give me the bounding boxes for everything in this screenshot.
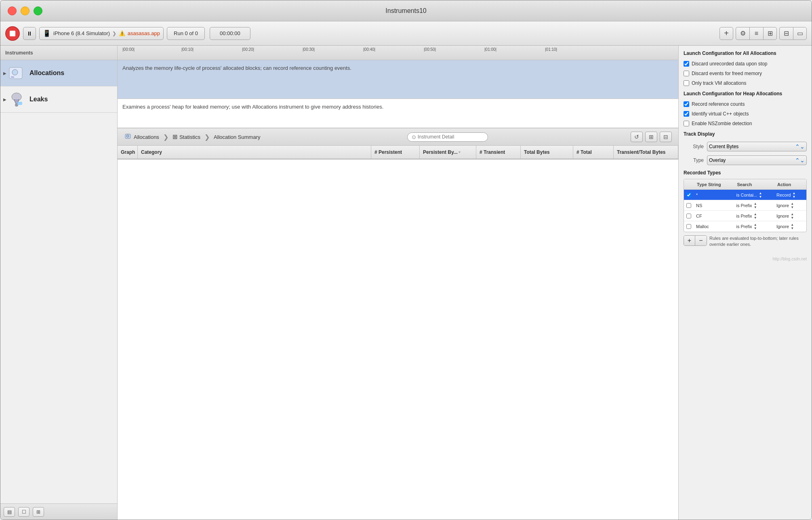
stepper-search-star[interactable]: ▲▼ xyxy=(759,191,762,199)
settings-view-button[interactable]: ⚙ xyxy=(736,27,749,40)
breadcrumb-statistics[interactable]: ⊞ Statistics xyxy=(168,132,204,142)
checkbox-discard-freed-label: Discard events for freed memory xyxy=(692,71,762,76)
extend-button[interactable]: ⊞ xyxy=(33,507,44,517)
center-column: |00:00| |00:10| |00:20| |00:30| |00:40| … xyxy=(118,46,678,520)
rt-search-malloc: is Prefix ▲▼ xyxy=(734,223,774,230)
leaks-description: Examines a process' heap for leaked memo… xyxy=(122,103,673,111)
stepper-action-ns[interactable]: ▲▼ xyxy=(791,202,794,209)
app-window: Instruments10 ⏸ 📱 iPhone 6 (8.4 Simulato… xyxy=(0,0,812,520)
refresh-view-button[interactable]: ↺ xyxy=(631,132,643,142)
rt-type-star: * xyxy=(694,193,734,197)
watermark: http://blog.csdn.net xyxy=(772,257,807,261)
minimize-button[interactable] xyxy=(21,6,29,15)
style-select[interactable]: Current Bytes ⌃⌄ xyxy=(707,142,807,151)
checkbox-ref-counts: Record reference counts xyxy=(684,101,807,108)
checkbox-discard-unrecorded-label: Discard unrecorded data upon stop xyxy=(692,61,767,67)
rt-check-malloc[interactable] xyxy=(686,224,691,229)
detail-view-button[interactable]: ⊟ xyxy=(779,27,793,40)
col-header-graph[interactable]: Graph xyxy=(118,146,138,159)
instruments-bottom: ▤ ☐ ⊞ xyxy=(0,503,117,520)
checkbox-track-vm-input[interactable] xyxy=(684,80,689,86)
rt-note: Rules are evaluated top-to-bottom; later… xyxy=(709,235,807,248)
record-button[interactable] xyxy=(5,26,20,41)
stepper-search-ns[interactable]: ▲▼ xyxy=(754,202,757,209)
allocations-description: Analyzes the memory life-cycle of proces… xyxy=(122,64,673,72)
rt-add-button[interactable]: + xyxy=(684,236,695,245)
breadcrumb-allocations[interactable]: Allocations xyxy=(121,131,163,143)
checkbox-virtual-cpp-input[interactable] xyxy=(684,111,689,117)
stepper-search-cf[interactable]: ▲▼ xyxy=(754,212,757,220)
instrument-row-allocations[interactable]: ▶ Allocations xyxy=(0,60,117,86)
rt-action-ns: Ignore ▲▼ xyxy=(774,202,806,209)
col-header-persistent-by[interactable]: Persistent By... ▾ xyxy=(420,146,476,159)
svg-rect-5 xyxy=(17,102,22,105)
app-name: ⚠️ asasasas.app xyxy=(119,30,160,36)
graph-toggle-button[interactable]: ▤ xyxy=(4,507,15,517)
col-header-transient[interactable]: # Transient xyxy=(476,146,521,159)
stepper-search-malloc[interactable]: ▲▼ xyxy=(754,223,757,230)
pause-button[interactable]: ⏸ xyxy=(23,27,36,40)
leaks-name: Leaks xyxy=(29,96,48,103)
instrument-row-leaks[interactable]: ▶ Leaks xyxy=(0,86,117,113)
right-panel: Launch Configuration for All Allocations… xyxy=(678,46,812,520)
launch-config-heap: Launch Configuration for Heap Allocation… xyxy=(684,91,807,127)
breadcrumb-bar: Allocations ❯ ⊞ Statistics ❯ Allocation … xyxy=(118,128,678,146)
run-info: Run 0 of 0 xyxy=(167,27,205,40)
list-view-button[interactable]: ≡ xyxy=(749,27,763,40)
rt-check-star[interactable] xyxy=(686,193,691,197)
checkbox-discard-unrecorded-input[interactable] xyxy=(684,61,689,67)
rt-footer: + − Rules are evaluated top-to-bottom; l… xyxy=(684,235,807,248)
col-header-total-bytes[interactable]: Total Bytes xyxy=(521,146,573,159)
col-header-persistent[interactable]: # Persistent xyxy=(371,146,420,159)
device-selector[interactable]: 📱 iPhone 6 (8.4 Simulator) ❯ ⚠️ asasasas… xyxy=(39,27,164,40)
checkbox-ref-counts-input[interactable] xyxy=(684,101,689,107)
title-bar: Instruments10 xyxy=(0,0,812,21)
maximize-button[interactable] xyxy=(34,6,42,15)
add-instrument-button[interactable]: + xyxy=(719,27,733,40)
allocations-bc-icon xyxy=(125,133,132,141)
statistics-bc-icon: ⊞ xyxy=(172,133,178,140)
col-header-total[interactable]: # Total xyxy=(573,146,614,159)
stepper-action-malloc[interactable]: ▲▼ xyxy=(791,223,794,230)
split-view-button[interactable]: ⊞ xyxy=(645,132,657,142)
rt-row-malloc[interactable]: Malloc is Prefix ▲▼ Ignore ▲▼ xyxy=(684,221,806,232)
rt-header: Type String Search Action xyxy=(684,179,806,190)
rt-row-star[interactable]: * is Contai... ▲▼ Record ▲▼ xyxy=(684,190,806,200)
timeline-ruler: |00:00| |00:10| |00:20| |00:30| |00:40| … xyxy=(118,46,678,60)
leaks-track-row: Examines a process' heap for leaked memo… xyxy=(118,99,678,128)
breadcrumb-arrow-2: ❯ xyxy=(204,133,210,141)
stepper-action-star[interactable]: ▲▼ xyxy=(792,191,795,199)
recorded-types-table: Type String Search Action * is Contai... xyxy=(684,179,807,232)
leaks-track: Examines a process' heap for leaked memo… xyxy=(118,99,678,128)
checkbox-nszombie-input[interactable] xyxy=(684,121,689,126)
play-arrow-leaks: ▶ xyxy=(2,96,8,102)
rt-type-malloc: Malloc xyxy=(694,224,734,229)
stepper-action-cf[interactable]: ▲▼ xyxy=(791,212,794,220)
close-button[interactable] xyxy=(8,6,17,15)
col-header-transient-total[interactable]: Transient/Total Bytes xyxy=(614,146,678,159)
recorded-types-title: Recorded Types xyxy=(684,170,807,177)
checkbox-discard-freed-input[interactable] xyxy=(684,71,689,76)
rt-check-cf[interactable] xyxy=(686,214,691,218)
rt-check-ns[interactable] xyxy=(686,203,691,208)
breadcrumb-summary-label: Allocation Summary xyxy=(214,134,261,140)
rt-row-ns[interactable]: NS is Prefix ▲▼ Ignore ▲▼ xyxy=(684,200,806,211)
type-select[interactable]: Overlay ⌃⌄ xyxy=(707,155,807,165)
breadcrumb-summary[interactable]: Allocation Summary xyxy=(210,132,265,142)
breadcrumb-allocations-label: Allocations xyxy=(134,134,159,140)
instrument-detail-input[interactable] xyxy=(418,134,484,140)
type-field-row: Type Overlay ⌃⌄ xyxy=(684,155,807,166)
instruments-panel: Instruments ▶ Allocations xyxy=(0,46,118,520)
inspector-view-button[interactable]: ▭ xyxy=(793,27,807,40)
col-header-category[interactable]: Category xyxy=(138,146,371,159)
window-title: Instruments10 xyxy=(385,7,426,15)
checkbox-nszombie-label: Enable NSZombie detection xyxy=(692,121,752,126)
single-view-button[interactable]: ⊟ xyxy=(660,132,672,142)
rt-remove-button[interactable]: − xyxy=(695,236,707,245)
toolbar-right: + ⚙ ≡ ⊞ ⊟ ▭ xyxy=(719,27,807,40)
rt-row-cf[interactable]: CF is Prefix ▲▼ Ignore ▲▼ xyxy=(684,211,806,221)
instruments-header: Instruments xyxy=(0,46,117,60)
data-table-container: Graph Category # Persistent Persistent B… xyxy=(118,146,678,520)
list-toggle-button[interactable]: ☐ xyxy=(18,507,29,517)
grid-view-button[interactable]: ⊞ xyxy=(763,27,777,40)
